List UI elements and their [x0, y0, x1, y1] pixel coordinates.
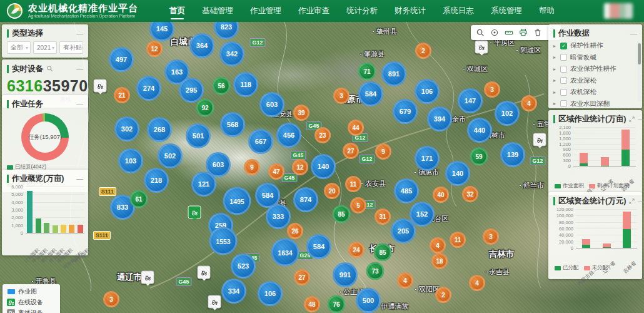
data-layer-row[interactable]: ▸农业深松 [553, 76, 637, 85]
cluster-marker-orange[interactable]: 40 [433, 187, 449, 203]
caret-right-icon[interactable]: ▸ [553, 101, 557, 106]
cluster-marker-orange[interactable]: 32 [462, 186, 478, 202]
cluster-marker-orange[interactable]: 12 [292, 159, 308, 175]
expand-icon[interactable] [629, 116, 635, 122]
online-device-marker[interactable] [188, 206, 201, 219]
layer-checkbox[interactable] [560, 54, 567, 61]
bar[interactable] [36, 218, 41, 233]
type-select-1[interactable]: 2021▾ [33, 41, 57, 54]
type-select-0[interactable]: 全部▾ [7, 41, 31, 54]
cluster-marker-blue[interactable]: 500 [356, 288, 381, 313]
cluster-marker-blue[interactable]: 584 [255, 183, 280, 208]
cluster-marker-orange[interactable]: 4 [521, 95, 537, 111]
layer-checkbox[interactable] [560, 66, 567, 73]
cluster-marker-green[interactable]: 61 [130, 190, 148, 208]
cluster-marker-blue[interactable]: 218 [144, 168, 169, 193]
cluster-marker-orange[interactable]: 11 [450, 232, 466, 248]
caret-right-icon[interactable]: ▸ [553, 78, 557, 83]
nav-item-统计分析[interactable]: 统计分析 [346, 0, 378, 22]
cluster-marker-orange[interactable]: 12 [146, 41, 163, 57]
cluster-marker-blue[interactable]: 334 [221, 279, 246, 304]
cluster-marker-orange[interactable]: 4 [397, 272, 413, 289]
cluster-marker-blue[interactable]: 991 [333, 262, 358, 287]
data-layer-row[interactable]: ▸农业保护性耕作 [553, 64, 637, 73]
data-layer-row[interactable]: ▸农机深松 [553, 88, 637, 96]
cluster-marker-blue[interactable]: 259 [208, 213, 233, 238]
cluster-marker-blue[interactable]: 342 [219, 41, 244, 66]
cluster-marker-green[interactable]: 56 [213, 77, 231, 95]
cluster-marker-blue[interactable]: 1553 [209, 227, 238, 255]
cluster-marker-blue[interactable]: 302 [114, 116, 139, 141]
cluster-marker-orange[interactable]: 21 [114, 87, 130, 103]
nav-item-作业管理[interactable]: 作业管理 [250, 0, 281, 22]
cluster-marker-orange[interactable]: 4 [469, 275, 485, 291]
cluster-marker-blue[interactable]: 118 [233, 72, 258, 97]
bar-segment[interactable] [623, 229, 631, 248]
cluster-marker-blue[interactable]: 163 [164, 59, 189, 85]
cluster-marker-green[interactable]: 73 [366, 262, 385, 280]
cluster-marker-blue[interactable]: 874 [293, 187, 318, 212]
layer-checkbox[interactable]: ✓ [560, 43, 567, 49]
search-icon[interactable] [475, 28, 485, 38]
cluster-marker-green[interactable]: 59 [470, 148, 488, 166]
cluster-marker-orange[interactable]: 18 [431, 253, 448, 269]
caret-right-icon[interactable]: ▸ [553, 54, 557, 60]
bar[interactable] [69, 225, 74, 233]
layer-checkbox[interactable] [560, 100, 567, 107]
bar[interactable] [61, 225, 66, 233]
cluster-marker-blue[interactable]: 103 [118, 148, 143, 173]
cluster-marker-green[interactable]: 76 [328, 295, 346, 313]
scrollbar-thumb[interactable] [638, 43, 641, 64]
offline-device-marker[interactable] [141, 271, 154, 284]
cluster-marker-orange[interactable]: 27 [294, 269, 310, 285]
cluster-marker-blue[interactable]: 891 [381, 61, 406, 86]
cluster-marker-blue[interactable]: 140 [311, 154, 336, 179]
collapse-icon[interactable]: — [76, 175, 83, 182]
bar[interactable] [53, 225, 58, 233]
data-layer-row[interactable]: ▸农业水田深翻 [553, 100, 637, 108]
cluster-marker-blue[interactable]: 501 [186, 123, 211, 148]
collapse-icon[interactable]: — [76, 101, 83, 108]
search-icon[interactable] [46, 63, 73, 74]
cluster-marker-orange[interactable]: 48 [304, 296, 320, 312]
cluster-marker-blue[interactable]: 440 [467, 118, 492, 143]
data-layer-row[interactable]: ▸✓保护性耕作 [553, 41, 637, 50]
caret-right-icon[interactable]: ▸ [553, 43, 557, 49]
cluster-marker-orange[interactable]: 2 [435, 287, 451, 303]
cluster-marker-green[interactable]: 71 [358, 63, 376, 81]
cluster-marker-blue[interactable]: 833 [110, 195, 135, 220]
cluster-marker-green[interactable]: 92 [196, 99, 214, 117]
cluster-marker-orange[interactable]: 39 [293, 105, 309, 121]
cluster-marker-orange[interactable]: 3 [103, 291, 119, 307]
data-layer-row[interactable]: ▸暗管改碱 [553, 53, 637, 62]
offline-device-marker[interactable] [208, 295, 221, 309]
nav-item-首页[interactable]: 首页 [169, 0, 185, 22]
cluster-marker-blue[interactable]: 333 [266, 204, 291, 229]
satellite-map[interactable]: 白城市松原市长春市吉林市通辽市乾安县农安县德惠市榆树市舒兰市永吉县公主岭市双阳区… [0, 0, 644, 313]
nav-item-系统管理[interactable]: 系统管理 [491, 0, 522, 22]
cluster-marker-orange[interactable]: 20 [324, 183, 340, 199]
cluster-marker-blue[interactable]: 205 [391, 218, 416, 244]
cluster-marker-blue[interactable]: 102 [495, 101, 520, 126]
cluster-marker-orange[interactable]: 9 [375, 143, 391, 160]
bar-segment[interactable] [603, 247, 611, 248]
collapse-icon[interactable]: — [76, 66, 83, 73]
bar-segment[interactable] [601, 157, 609, 166]
cluster-marker-blue[interactable]: 106 [258, 281, 283, 306]
printer-icon[interactable] [518, 28, 528, 38]
bar-segment[interactable] [580, 163, 588, 166]
cluster-marker-blue[interactable]: 295 [179, 78, 204, 103]
collapse-icon[interactable]: — [76, 30, 83, 37]
cluster-marker-orange[interactable]: 26 [287, 223, 303, 239]
cluster-marker-blue[interactable]: 268 [147, 117, 172, 142]
collapse-icon[interactable]: — [638, 198, 644, 205]
nav-item-作业审查[interactable]: 作业审查 [298, 0, 330, 22]
cluster-marker-orange[interactable]: 9 [244, 159, 260, 175]
cluster-marker-blue[interactable]: 106 [415, 79, 440, 104]
cluster-marker-blue[interactable]: 364 [189, 33, 214, 58]
cluster-marker-orange[interactable]: 47 [268, 163, 284, 180]
cluster-marker-blue[interactable]: 1495 [223, 187, 251, 215]
cluster-marker-orange[interactable]: 44 [348, 120, 364, 136]
cluster-marker-blue[interactable]: 147 [458, 88, 483, 113]
expand-icon[interactable] [629, 198, 635, 204]
